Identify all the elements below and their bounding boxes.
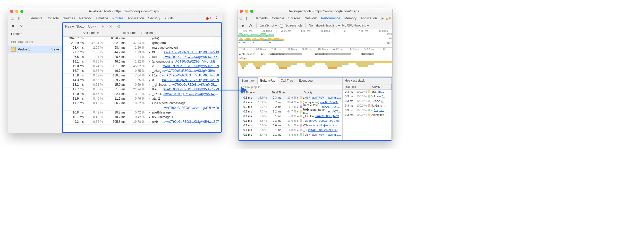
table-row[interactable]: 0.3 ms100.0 %VJb.wa /... xyxy=(343,94,392,99)
source-link[interactable]: /... xyxy=(381,99,384,103)
table-row[interactable]: 0.1 ms6.4 %0.1 ms6.4 %▸TVe /maps/_/js/k=… xyxy=(239,132,342,137)
source-link[interactable]: rs=ACT90oGqRZGG...wVKUIgM95Hw:78 xyxy=(162,69,219,73)
subtab-call-tree[interactable]: Call Tree xyxy=(278,77,296,84)
more-icon[interactable]: ⋮ xyxy=(392,15,393,21)
subtab-summary[interactable]: Summary xyxy=(239,77,257,84)
table-row[interactable]: 0.3 ms100.0 %LJb.Aa /... xyxy=(343,99,392,103)
flame-chart[interactable] xyxy=(238,61,392,77)
table-row[interactable]: 0.3 ms100.0 %aKb /ma... xyxy=(343,90,392,94)
zoom-icon[interactable] xyxy=(250,10,253,13)
record-icon[interactable] xyxy=(10,23,16,29)
table-row[interactable]: 16.7 ms0.65 %16.7 ms0.65 %▸_.H.ogrs=ACT9… xyxy=(63,69,221,74)
source-link[interactable]: rs=ACT90oGqRZGG...VKUIgM95Hw:389 xyxy=(162,78,219,82)
source-link[interactable]: rs=ACT90oGqRZGG...KUIgM95Hw:1807 xyxy=(163,120,219,124)
close-icon[interactable] xyxy=(10,10,13,13)
table-row[interactable]: 26.5 ms1.04 %26.5 ms1.04 %▸fwbrs=ACT90oG… xyxy=(63,55,221,60)
source-link[interactable]: rs=ACT90oGqRZGG...wVKUIgM95Hw:88 xyxy=(162,106,219,110)
device-icon[interactable] xyxy=(244,16,248,21)
source-link[interactable]: /maps/_/js/k=maps.m.en.ye... xyxy=(313,124,342,127)
table-row[interactable]: 0.1 ms7.0 %0.1 ms7.0 %▸_.CG.Da rs=ACT90o… xyxy=(239,114,342,118)
table-row[interactable]: 0.3 ms100.0 %iiL.Ga rs=... xyxy=(343,103,392,108)
table-row[interactable]: 1202.9 ms47.04 %1202.9 ms47.04 %(program… xyxy=(63,41,221,46)
table-row[interactable]: 0.1 ms6.8 %0.1 ms6.8 %▸_.ji rs=ACT90oGqR… xyxy=(239,128,342,132)
minimize-icon[interactable] xyxy=(245,10,248,13)
tab-profiles[interactable]: Profiles xyxy=(110,15,125,22)
profile-item[interactable]: Profile 1 Save xyxy=(8,46,62,53)
inspect-icon[interactable] xyxy=(239,16,243,21)
device-icon[interactable] xyxy=(16,16,22,21)
table-row[interactable]: 9.3 ms0.36 %505.8 ms19.78 %▸uAbrs=ACT90o… xyxy=(63,120,221,125)
source-link[interactable]: rs=ACT90oGqRZGG...VKUIgM95Hw:381 xyxy=(168,83,219,87)
cpu-throttle-select[interactable]: No CPU throttling xyxy=(342,24,369,28)
source-link[interactable]: /ma... xyxy=(378,90,385,93)
tab-application[interactable]: Application xyxy=(359,15,379,22)
table-row[interactable]: 11.7 ms0.46 %506.9 ms19.82 %Oda.b.port1.… xyxy=(63,101,221,106)
source-link[interactable]: rs=ACT90oGqRZGG...VKUIgM95Hw:126 xyxy=(171,60,219,64)
table-row[interactable]: 12.0 ms0.47 %82.1 ms3.21 %▸_.rYe.Rrs=ACT… xyxy=(63,92,221,97)
titlebar[interactable]: Developer Tools - https://www.google.com… xyxy=(8,8,222,15)
source-link[interactable]: /... xyxy=(382,94,385,98)
tab-timeline[interactable]: Timeline xyxy=(94,15,110,22)
more-icon[interactable]: ⋮ xyxy=(213,15,220,21)
heaviest-rows[interactable]: 0.3 ms100.0 %aKb /ma...0.3 ms100.0 %VJb.… xyxy=(343,90,392,140)
col-function[interactable]: Function xyxy=(139,30,221,36)
source-link[interactable]: rs=ACT90oGqRZGGxuWo-z8B... xyxy=(309,119,342,123)
network-throttle-select[interactable]: No network throttling xyxy=(309,24,340,28)
tab-audits[interactable]: Audits xyxy=(162,15,176,22)
clear-icon[interactable] xyxy=(248,23,253,29)
source-link[interactable]: /maps/_/js/k=maps.m.en.yeALR... xyxy=(309,133,342,136)
table-row[interactable]: 0.3 ms100.0 %Animation xyxy=(343,113,392,117)
screenshots-checkbox[interactable]: Screenshots xyxy=(279,23,302,28)
tab-console[interactable]: Console xyxy=(44,15,61,22)
table-row[interactable]: 58.4 ms2.29 %58.4 ms2.29 %(garbage colle… xyxy=(63,46,221,50)
interactions-track[interactable]: ▸ Interactions Ani…ion Animation Animati… xyxy=(238,52,392,56)
bottom-up-rows[interactable]: 0.3 ms13.9 %0.3 ms13.9 %▸aKb /maps/_/js/… xyxy=(239,95,342,140)
profile-rows[interactable]: 9626.7 ms9626.7 ms(idle)1202.9 ms47.04 %… xyxy=(63,37,221,132)
table-row[interactable]: 10.8 ms0.42 %10.8 ms0.42 %▸postMessage xyxy=(63,111,221,115)
source-link[interactable]: rs=ACT90oGqRZGG...KUIgM95Hw:1661 xyxy=(163,55,219,59)
tab-memory[interactable]: Memory xyxy=(342,15,359,22)
overflow-icon[interactable]: ≫ xyxy=(381,16,385,21)
col-total-time[interactable]: Total Time xyxy=(343,84,370,89)
table-row[interactable]: 10.7 ms0.42 %10.7 ms0.42 %▸texSubImage2D xyxy=(63,115,221,120)
tab-network[interactable]: Network xyxy=(303,15,319,22)
table-row[interactable]: 13.2 ms0.52 %15.0 ms0.59 %▸_.gK.indexrs=… xyxy=(63,83,221,88)
tab-elements[interactable]: Elements xyxy=(26,15,44,22)
source-link[interactable]: rs=ACT90oGqRZGG...VKUIgM95Hw:593 xyxy=(163,92,219,96)
timeline-overview[interactable]: 1000 ms2000 ms3000 ms4000 ms5000 ms60700… xyxy=(238,29,392,48)
close-icon[interactable] xyxy=(240,10,243,13)
table-row[interactable]: 14.3 ms0.56 %39.7 ms1.55 %▸drs=ACT90oGqR… xyxy=(63,78,221,83)
source-link[interactable]: /maps... xyxy=(374,108,384,112)
col-total-time[interactable]: Total Time xyxy=(101,30,139,36)
tab-sources[interactable]: Sources xyxy=(286,15,303,22)
source-link[interactable]: rs=... xyxy=(380,104,386,107)
grouping-select[interactable]: No Grouping xyxy=(239,84,342,90)
inspect-icon[interactable] xyxy=(10,16,15,21)
tab-security[interactable]: Security xyxy=(146,15,162,22)
titlebar[interactable]: Developer Tools - https://www.google.com… xyxy=(238,8,392,15)
view-mode-select[interactable]: Heavy (Bottom Up) xyxy=(65,24,97,29)
source-link[interactable]: /maps/_/js/k=maps.m.en.yeALR... xyxy=(309,96,342,99)
table-row[interactable]: 0.3 ms100.0 %c /maps... xyxy=(343,108,392,113)
table-row[interactable]: 9626.7 ms9626.7 ms(idle) xyxy=(63,37,221,41)
table-row[interactable]: 15.8 ms0.62 %180.0 ms7.04 %▸F1e.Rrs=ACT9… xyxy=(63,74,221,78)
col-activity[interactable]: Activity xyxy=(370,84,392,89)
subtab-event-log[interactable]: Event Log xyxy=(296,77,316,84)
table-row[interactable]: rs=ACT90oGqRZGG...wVKUIgM95Hw:88 xyxy=(63,106,221,111)
minimize-icon[interactable] xyxy=(15,10,18,13)
save-link[interactable]: Save xyxy=(51,47,59,52)
tab-performance[interactable]: Performance xyxy=(319,15,342,22)
source-link[interactable]: rs=ACT90oGqRZGGxuWo... xyxy=(315,114,342,118)
tab-network[interactable]: Network xyxy=(77,15,94,22)
record-icon[interactable] xyxy=(240,23,245,29)
close-icon[interactable] xyxy=(108,24,113,29)
filter-select[interactable]: JavaScript xyxy=(260,24,277,28)
source-link[interactable]: rs=ACT90o... xyxy=(328,110,342,113)
tab-console[interactable]: Console xyxy=(270,15,286,22)
col-activity[interactable]: Activity xyxy=(302,90,342,95)
eye-icon[interactable] xyxy=(99,24,105,29)
table-row[interactable]: 19.0 ms0.74 %1151.3 ms45.02 %crs=ACT90oG… xyxy=(63,64,221,69)
table-row[interactable]: 0.1 ms6.8 %0.6 ms34.1 %▸VJb.wa /maps/_/j… xyxy=(239,123,342,128)
clear-icon[interactable] xyxy=(18,23,24,29)
reload-icon[interactable] xyxy=(116,24,122,29)
